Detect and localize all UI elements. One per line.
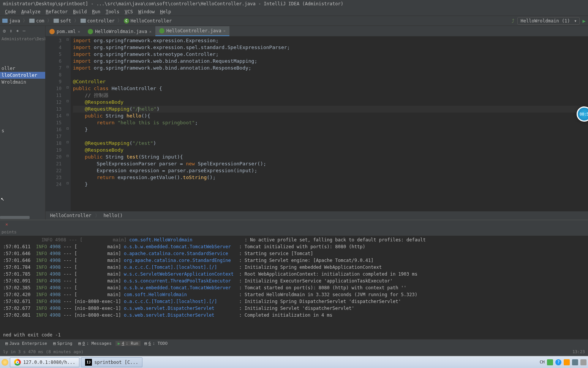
status-bar: ly in 3 s 470 ms (8 minutes ago) 13:23 — [0, 347, 588, 356]
sidebar-toolbar: ◎ ⇕ ✶ — — [0, 26, 45, 36]
run-config-selector[interactable]: HelloWroldmain (1) — [517, 17, 580, 25]
file-icon — [159, 28, 164, 33]
windows-taskbar: 127.0.0.1:8080/h... IJ sprintboot [C... … — [0, 356, 588, 368]
crumb-com[interactable]: com〉 — [29, 17, 53, 24]
build-icon[interactable]: ⤴ — [512, 18, 514, 24]
tool-tab-javaenterprise[interactable]: ▤Java Enterprise — [3, 341, 49, 346]
line-number-gutter: 3456789101112131415161718192021222324 — [46, 36, 65, 211]
window-title: ministrator\Desktop\sprintboot] - ...\sr… — [3, 1, 343, 6]
tool-tab-spring[interactable]: ▤Spring — [51, 341, 74, 346]
menu-code[interactable]: Code — [2, 9, 19, 14]
editor-tabs: pom.xml×HelloWroldmain.java×HelloControl… — [46, 26, 588, 36]
tray-help-icon[interactable]: ? — [555, 359, 561, 365]
tab-HelloController.java[interactable]: HelloController.java× — [155, 26, 229, 36]
tab-HelloWroldmain.java[interactable]: HelloWroldmain.java× — [84, 27, 155, 36]
menu-bar: CodeAnalyzeRefactorBuildRunToolsVCSWindo… — [0, 8, 588, 16]
intellij-icon: IJ — [85, 359, 92, 366]
editor-breadcrumb[interactable]: HelloController 〉 hello() — [46, 211, 588, 220]
folder-icon — [81, 19, 86, 23]
close-icon[interactable]: × — [149, 29, 152, 34]
menu-build[interactable]: Build — [70, 9, 89, 14]
sidebar-scrollbar[interactable] — [0, 216, 30, 220]
project-path: Administrator\Desktop\s — [0, 36, 45, 42]
taskbar-chrome-label: 127.0.0.1:8080/h... — [23, 360, 75, 365]
editor-area: pom.xml×HelloWroldmain.java×HelloControl… — [46, 26, 588, 220]
tray-network-icon[interactable] — [580, 359, 586, 365]
crumb-method[interactable]: hello() — [103, 213, 123, 218]
navigation-bar: java〉 com〉 soft〉 controller〉C HelloContr… — [0, 16, 588, 26]
tree-item[interactable]: Wroldmain — [0, 79, 45, 86]
folder-icon — [2, 19, 8, 23]
tray-shield-icon[interactable] — [547, 359, 553, 365]
code-editor[interactable]: 3456789101112131415161718192021222324 ⊟⊟… — [46, 36, 588, 211]
tree-item[interactable]: s — [0, 127, 45, 134]
tool-icon: ▤ — [53, 341, 56, 346]
chrome-icon — [14, 359, 21, 366]
taskbar-chrome[interactable]: 127.0.0.1:8080/h... — [10, 357, 79, 367]
tray-lang[interactable]: CH — [540, 360, 545, 365]
class-icon: C — [124, 18, 129, 24]
crumb-soft[interactable]: soft〉 — [54, 17, 80, 24]
crumb-sep: 〉 — [95, 213, 100, 219]
tool-tab-messages[interactable]: ▤0: Messages — [76, 341, 114, 346]
menu-vcs[interactable]: VCS — [122, 9, 136, 14]
expand-icon[interactable]: ⇕ — [9, 28, 12, 33]
crumb-HelloController[interactable]: C HelloController — [124, 18, 172, 24]
tool-icon: ▤ — [144, 341, 147, 346]
exit-code-line: ned with exit code -1 — [0, 331, 588, 339]
close-icon[interactable]: × — [78, 29, 81, 34]
console-output[interactable]: INFO 4908 --- [ main] com.soft.HelloWrol… — [0, 236, 588, 331]
tree-item[interactable]: lloController — [0, 72, 45, 79]
tool-icon: ▤ — [5, 341, 8, 346]
start-button[interactable] — [2, 359, 8, 366]
run-tool-header[interactable]: ✕ — [0, 220, 588, 228]
folder-icon — [29, 19, 35, 23]
run-subheader-text: points — [2, 230, 17, 235]
tab-label: pom.xml — [57, 29, 76, 34]
status-message: ly in 3 s 470 ms (8 minutes ago) — [3, 349, 84, 354]
window-title-bar: ministrator\Desktop\sprintboot] - ...\sr… — [0, 0, 588, 8]
menu-help[interactable]: Help — [157, 9, 174, 14]
code-content[interactable]: import org.springframework.expression.Ex… — [71, 36, 588, 211]
file-icon — [49, 29, 55, 34]
main-split: ◎ ⇕ ✶ — Administrator\Desktop\s ollerllo… — [0, 26, 588, 220]
nav-toolbar: ⤴ HelloWroldmain (1) ▶ — [512, 17, 586, 25]
tool-tab-todo[interactable]: ▤6: TODO — [142, 341, 170, 346]
tool-icon: ▤ — [78, 341, 81, 346]
play-icon: ▶ — [118, 341, 120, 346]
caret-position: 13:23 — [572, 349, 585, 354]
project-tree[interactable]: ollerlloControllerWroldmains — [0, 42, 45, 216]
run-button[interactable]: ▶ — [583, 18, 586, 24]
run-stop-icon[interactable]: ✕ — [5, 222, 8, 227]
tree-item[interactable]: oller — [0, 65, 45, 72]
run-config-label: HelloWroldmain (1) — [521, 18, 570, 24]
file-icon — [88, 29, 93, 34]
tray-update-icon[interactable] — [564, 359, 570, 365]
menu-window[interactable]: Window — [136, 9, 157, 14]
menu-run[interactable]: Run — [89, 9, 103, 14]
menu-refactor[interactable]: Refactor — [43, 9, 71, 14]
tab-label: HelloController.java — [166, 28, 221, 33]
run-subheader: points — [0, 228, 588, 236]
bottom-tool-tabs: ▤Java Enterprise▤Spring▤0: Messages▶4: R… — [0, 339, 588, 347]
menu-analyze[interactable]: Analyze — [19, 9, 43, 14]
tool-tab-run[interactable]: ▶4: Run — [115, 341, 141, 346]
menu-tools[interactable]: Tools — [103, 9, 122, 14]
crumb-java[interactable]: java〉 — [2, 17, 28, 24]
timer-text: 00:5 — [580, 112, 588, 116]
tab-label: HelloWroldmain.java — [95, 29, 147, 34]
collapse-icon[interactable]: — — [23, 28, 25, 33]
project-sidebar: ◎ ⇕ ✶ — Administrator\Desktop\s ollerllo… — [0, 26, 46, 220]
crumb-class[interactable]: HelloController — [50, 213, 91, 218]
fold-gutter[interactable]: ⊟⊟⊟⊟⊟⊟⊟⊟⊟ — [65, 36, 71, 211]
settings-gear-icon[interactable]: ✶ — [16, 28, 19, 33]
crumb-controller[interactable]: controller〉 — [81, 17, 123, 24]
close-icon[interactable]: × — [223, 29, 226, 33]
system-tray: CH ? — [540, 359, 586, 365]
target-icon[interactable]: ◎ — [3, 28, 6, 33]
folder-icon — [54, 19, 59, 23]
tray-cube-icon[interactable] — [572, 359, 578, 365]
breadcrumb: java〉 com〉 soft〉 controller〉C HelloContr… — [2, 17, 172, 24]
taskbar-intellij[interactable]: IJ sprintboot [C... — [81, 357, 142, 367]
tab-pom.xml[interactable]: pom.xml× — [46, 27, 84, 36]
